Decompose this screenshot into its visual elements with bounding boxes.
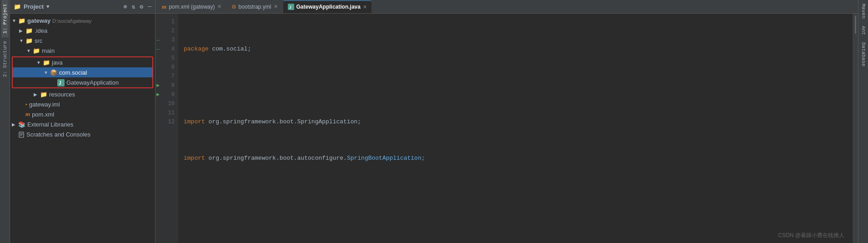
scratch-icon <box>18 131 25 138</box>
tab-close-gateway-app[interactable]: ✕ <box>363 4 367 10</box>
tree-item-resources[interactable]: ▶ 📁 resources <box>10 89 155 99</box>
code-text: org.springframework.boot.autoconfigure. <box>205 154 347 163</box>
arrow-icon: ▶ <box>34 92 40 97</box>
code-line-1: package com.social; <box>184 45 847 54</box>
pom-tab-icon: m <box>162 3 166 10</box>
tree-item-src[interactable]: ▼ 📁 src <box>10 35 155 46</box>
tree-item-java[interactable]: ▼ 📁 java <box>13 57 152 67</box>
file-tree: ▼ 📁 gateway D:\social\gateway ▶ 📁 .idea … <box>10 14 155 243</box>
arrow-icon: ▶ <box>19 28 25 33</box>
tree-item-external-libs[interactable]: ▶ 📚 External Libraries <box>10 119 155 129</box>
sidebar-tab-project[interactable]: 1: Project <box>1 0 9 37</box>
run-gutter-icon[interactable]: ▶ <box>156 81 160 90</box>
keyword: import <box>184 154 205 163</box>
folder-icon: 📁 <box>40 91 47 98</box>
folder-icon: 📁 <box>18 17 25 24</box>
code-line-5 <box>184 190 847 199</box>
left-sidebar-tabs: 1: Project 2: Structure <box>0 0 10 243</box>
tree-label: .idea <box>35 27 47 34</box>
arrow-icon: ▼ <box>44 70 50 75</box>
tree-label: main <box>42 47 55 54</box>
tab-bootstrap[interactable]: ⚙ bootstrap.yml ✕ <box>227 0 282 13</box>
code-line-2 <box>184 81 847 90</box>
folder-icon: 📁 <box>33 47 40 54</box>
tab-gateway-app[interactable]: J GatewayApplication.java ✕ <box>283 0 371 13</box>
left-panel: 📁 Project ▼ ⊕ ⇅ ⚙ — ▼ 📁 gateway D:\socia… <box>10 0 156 243</box>
sort-icon[interactable]: ⇅ <box>132 3 135 10</box>
arrow-icon: ▼ <box>12 18 18 23</box>
tab-pom[interactable]: m pom.xml (gateway) ✕ <box>157 0 226 13</box>
gutter-line-11: 11 <box>156 108 178 117</box>
svg-text:J: J <box>59 81 61 86</box>
code-text: com.social; <box>209 45 251 54</box>
red-outline-group: ▼ 📁 java ▼ 📦 com.social <box>12 56 153 88</box>
fold-icon[interactable]: — <box>156 45 160 54</box>
code-area: 1 2 — 3 — 4 5 6 7 ▶ 8 ▶ 9 10 11 12 <box>156 14 858 243</box>
tree-label: gateway.iml <box>29 101 60 108</box>
sync-icon[interactable]: ⊕ <box>124 3 127 10</box>
tree-item-idea[interactable]: ▶ 📁 .idea <box>10 25 155 35</box>
spring-class: SpringBootApplication; <box>347 154 425 163</box>
gutter-line-8: ▶ 8 <box>156 81 178 90</box>
scrollbar[interactable] <box>853 14 858 243</box>
watermark: CSDN @暴躁小费在线捶人 <box>778 232 844 239</box>
tab-close-pom[interactable]: ✕ <box>217 4 221 10</box>
arrow-icon: ▼ <box>26 48 33 53</box>
line-numbers-gutter: 1 2 — 3 — 4 5 6 7 ▶ 8 ▶ 9 10 11 12 <box>156 14 178 243</box>
tab-label: GatewayApplication.java <box>296 4 361 10</box>
tree-item-gateway-application[interactable]: J GatewayApplication <box>13 77 152 87</box>
tree-label: Scratches and Consoles <box>26 131 90 138</box>
gutter-line-10: 10 <box>156 99 178 108</box>
gutter-line-1: 1 <box>156 17 178 26</box>
sidebar-tab-structure[interactable]: 2: Structure <box>1 37 9 81</box>
project-title: Project <box>24 3 44 10</box>
dropdown-arrow-icon[interactable]: ▼ <box>46 4 50 10</box>
iml-icon: ▪ <box>25 101 27 107</box>
java-file-icon: J <box>57 78 65 86</box>
gutter-line-6: 6 <box>156 63 178 72</box>
tree-label: GatewayApplication <box>66 79 119 86</box>
header-icons: ⊕ ⇅ ⚙ — <box>124 3 151 10</box>
tree-label: resources <box>49 91 75 98</box>
sidebar-tab-maven[interactable]: Maven <box>860 0 867 22</box>
code-content[interactable]: package com.social; import org.springfra… <box>178 14 853 243</box>
tree-label: gateway D:\social\gateway <box>27 17 91 24</box>
right-panel: m pom.xml (gateway) ✕ ⚙ bootstrap.yml ✕ … <box>156 0 858 243</box>
sidebar-tab-ant[interactable]: Ant <box>860 22 867 39</box>
tree-item-gateway-iml[interactable]: ▪ gateway.iml <box>10 99 155 109</box>
svg-text:J: J <box>289 5 291 10</box>
folder-icon: 📁 <box>25 27 33 34</box>
tab-label: pom.xml (gateway) <box>169 4 215 10</box>
gutter-line-4: — 4 <box>156 45 178 54</box>
code-text: org.springframework.boot. <box>205 117 297 127</box>
gutter-line-12: 12 <box>156 117 178 127</box>
code-line-6 <box>184 227 847 236</box>
arrow-icon: ▼ <box>19 38 25 43</box>
project-header: 📁 Project ▼ ⊕ ⇅ ⚙ — <box>10 0 155 14</box>
gutter-line-2: 2 <box>156 26 178 35</box>
xml-icon: m <box>25 111 30 118</box>
right-side-tabs: Maven Ant Database <box>858 0 868 243</box>
run-gutter-icon2[interactable]: ▶ <box>156 90 160 99</box>
settings-icon[interactable]: ⚙ <box>140 3 143 10</box>
tree-item-scratches[interactable]: Scratches and Consoles <box>10 129 155 139</box>
minimize-icon[interactable]: — <box>148 3 151 10</box>
tree-label: External Libraries <box>27 121 73 128</box>
sidebar-tab-database[interactable]: Database <box>860 39 867 70</box>
folder-icon: 📁 <box>25 37 33 44</box>
folder-icon: 📁 <box>14 3 21 10</box>
arrow-icon: ▶ <box>12 122 18 127</box>
tab-close-bootstrap[interactable]: ✕ <box>274 4 278 10</box>
tree-item-gateway[interactable]: ▼ 📁 gateway D:\social\gateway <box>10 15 155 25</box>
scroll-thumb[interactable] <box>855 15 856 34</box>
src-folder-icon: 📁 <box>43 59 50 66</box>
tree-item-pom-xml[interactable]: m pom.xml <box>10 109 155 119</box>
fold-icon[interactable]: — <box>156 35 160 45</box>
gutter-line-7: 7 <box>156 72 178 81</box>
tree-item-com-social[interactable]: ▼ 📦 com.social <box>13 67 152 77</box>
keyword: package <box>184 45 209 54</box>
keyword: import <box>184 117 205 127</box>
tree-label: pom.xml <box>32 111 54 118</box>
tree-item-main[interactable]: ▼ 📁 main <box>10 46 155 56</box>
code-line-4: import org.springframework.boot.autoconf… <box>184 154 847 163</box>
